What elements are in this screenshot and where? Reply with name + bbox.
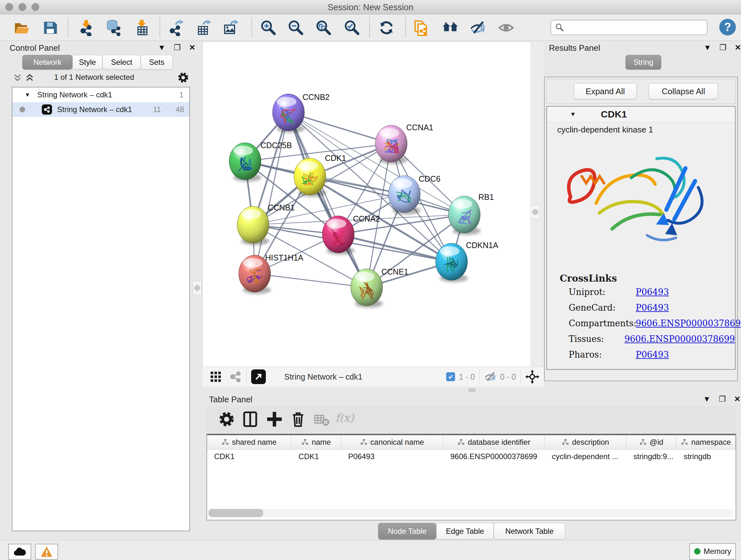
table-panel-float-button[interactable]: ▼ xyxy=(703,395,711,403)
collection-expander-icon[interactable]: ▼ xyxy=(24,91,30,98)
zoom-selected-button[interactable] xyxy=(343,19,360,36)
import-network-database-button[interactable] xyxy=(105,19,122,36)
search-box[interactable] xyxy=(550,20,708,35)
edge-CCNE1-HIST1H1A[interactable] xyxy=(255,273,367,287)
table-settings-gear-icon[interactable] xyxy=(218,411,235,428)
node-CCNE1[interactable] xyxy=(351,269,383,308)
export-table-button[interactable] xyxy=(195,19,212,36)
protein-expander-icon[interactable]: ▼ xyxy=(570,111,576,118)
hide-selected-button[interactable] xyxy=(469,19,486,36)
clone-network-button[interactable] xyxy=(414,19,430,36)
search-input[interactable] xyxy=(564,23,699,32)
birdseye-navigator-icon[interactable] xyxy=(525,370,539,384)
column-header-name[interactable]: name xyxy=(291,435,341,449)
open-session-button[interactable] xyxy=(13,19,30,36)
results-panel-close-button[interactable]: ✕ xyxy=(735,43,741,52)
column-header--id[interactable]: @id xyxy=(626,435,677,449)
table-cell[interactable]: CDK1 xyxy=(291,449,341,463)
crosslink-link[interactable]: 9606.ENSP00000378699 xyxy=(624,334,735,344)
control-panel-float-button[interactable]: ▼ xyxy=(158,43,165,52)
right-splitter-handle[interactable] xyxy=(531,205,540,219)
table-panel-close-button[interactable]: ✕ xyxy=(734,395,740,403)
show-all-button[interactable] xyxy=(498,19,515,36)
results-panel-float-button[interactable]: ▼ xyxy=(704,43,711,52)
column-header-description[interactable]: description xyxy=(545,435,626,449)
crosslink-link[interactable]: P06493 xyxy=(636,350,669,360)
network-options-gear-icon[interactable] xyxy=(177,71,189,84)
node-CDC25B[interactable] xyxy=(229,143,261,182)
export-network-button[interactable] xyxy=(167,19,184,36)
tab-network-table[interactable]: Network Table xyxy=(494,523,565,540)
node-CDKN1A[interactable] xyxy=(435,243,468,282)
warnings-button[interactable] xyxy=(35,544,58,560)
zoom-out-button[interactable] xyxy=(287,19,304,36)
left-splitter-handle[interactable] xyxy=(193,281,202,295)
add-column-icon[interactable] xyxy=(266,411,283,428)
node-CCNB1[interactable] xyxy=(237,206,269,245)
table-cell[interactable]: P06493 xyxy=(341,449,443,463)
collapse-all-networks-icon[interactable] xyxy=(13,73,22,83)
table-panel-maximize-button[interactable]: ❐ xyxy=(719,395,726,403)
import-table-file-button[interactable] xyxy=(133,19,150,36)
results-panel-maximize-button[interactable]: ❐ xyxy=(720,43,727,52)
table-horizontal-scrollbar[interactable] xyxy=(208,509,734,517)
save-session-button[interactable] xyxy=(42,19,58,36)
tab-string-results[interactable]: String xyxy=(625,55,661,70)
column-header-database-identifier[interactable]: database identifier xyxy=(443,435,545,449)
table-cell[interactable]: 9606.ENSP00000378699 xyxy=(443,449,545,463)
network-row[interactable]: String Network – cdk1 11 48 xyxy=(12,102,189,117)
show-columns-icon[interactable] xyxy=(242,411,259,428)
expand-all-networks-icon[interactable] xyxy=(25,73,35,83)
table-row[interactable]: CDK1CDK1P064939606.ENSP00000378699cyclin… xyxy=(207,449,736,463)
network-view-toolbar: String Network – cdk1 1 - 0 0 - 0 xyxy=(202,367,544,387)
zoom-fit-button[interactable] xyxy=(315,19,332,36)
tab-node-table[interactable]: Node Table xyxy=(378,523,436,540)
network-collection-row[interactable]: ▼ String Network – cdk1 1 xyxy=(12,87,189,102)
collapse-all-button[interactable]: Collapse All xyxy=(649,83,718,99)
protein-card-header[interactable]: ▼ CDK1 xyxy=(547,107,735,122)
help-button[interactable]: ? xyxy=(719,19,736,36)
selected-checkbox[interactable] xyxy=(446,372,455,381)
cloud-status-button[interactable] xyxy=(8,544,31,560)
table-cell[interactable]: CDK1 xyxy=(207,449,291,463)
table-cell[interactable]: stringdb xyxy=(677,449,736,463)
scrollbar-thumb[interactable] xyxy=(208,509,263,517)
tab-select[interactable]: Select xyxy=(103,55,141,70)
expand-all-button[interactable]: Expand All xyxy=(574,83,636,99)
network-canvas[interactable]: CCNB2CCNA1CDC25BCDK1CDC6RB1CCNB1CCNA2CDK… xyxy=(202,42,531,367)
detach-view-button[interactable] xyxy=(251,369,266,384)
horizontal-splitter-handle[interactable] xyxy=(468,388,475,392)
control-panel-maximize-button[interactable]: ❐ xyxy=(174,43,181,52)
control-panel-close-button[interactable]: ✕ xyxy=(189,43,195,52)
apply-layout-button[interactable] xyxy=(378,19,395,36)
tab-edge-table[interactable]: Edge Table xyxy=(436,523,494,540)
tab-network[interactable]: Network xyxy=(22,55,72,70)
node-CCNA1[interactable] xyxy=(375,125,408,164)
column-header-canonical-name[interactable]: canonical name xyxy=(341,435,443,449)
table-cell[interactable]: stringdb:9... xyxy=(626,449,677,463)
tab-sets[interactable]: Sets xyxy=(141,55,173,70)
import-network-file-button[interactable] xyxy=(78,19,94,36)
edge-CCNB2-HIST1H1A[interactable] xyxy=(255,112,288,273)
zoom-in-button[interactable] xyxy=(260,19,276,36)
grid-view-icon[interactable] xyxy=(209,370,222,383)
node-CDK1[interactable] xyxy=(294,158,326,197)
column-header-shared-name[interactable]: shared name xyxy=(207,435,291,449)
memory-button[interactable]: Memory xyxy=(689,543,736,560)
edge-CCNA2-CDKN1A[interactable] xyxy=(338,234,452,262)
tab-style[interactable]: Style xyxy=(72,55,103,70)
node-CCNA2[interactable] xyxy=(322,216,354,255)
node-CCNB2[interactable] xyxy=(273,94,305,133)
network-graph[interactable]: CCNB2CCNA1CDC25BCDK1CDC6RB1CCNB1CCNA2CDK… xyxy=(203,42,531,367)
network-share-icon[interactable] xyxy=(229,370,242,383)
delete-column-icon[interactable] xyxy=(289,411,307,428)
node-RB1[interactable] xyxy=(448,196,481,235)
crosslink-link[interactable]: 9606.ENSP00000378699 xyxy=(636,318,741,328)
first-neighbors-button[interactable] xyxy=(442,19,459,36)
table-cell[interactable]: cyclin-dependent ... xyxy=(545,449,626,463)
crosslink-link[interactable]: P06493 xyxy=(636,287,669,297)
column-header-namespace[interactable]: namespace xyxy=(677,435,736,449)
crosslink-link[interactable]: P06493 xyxy=(636,303,669,313)
export-image-button[interactable] xyxy=(222,19,239,36)
table-panel-header: Table Panel ▼ ❐ ✕ xyxy=(206,393,741,406)
